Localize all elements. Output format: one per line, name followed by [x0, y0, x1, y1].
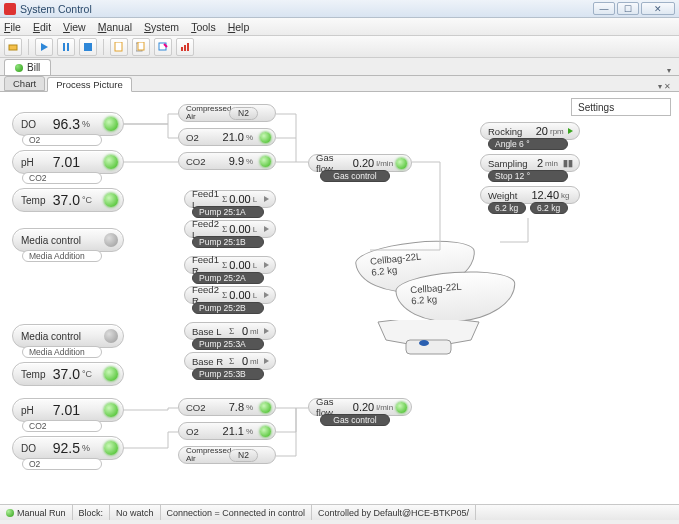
menu-view[interactable]: View: [63, 21, 86, 33]
sampling-pause-icon[interactable]: ▮▮: [563, 158, 573, 168]
svg-rect-12: [187, 43, 189, 51]
toolbar-play-icon[interactable]: [35, 38, 53, 56]
do2-label: DO: [13, 443, 51, 454]
do2-pill[interactable]: DO 92.5 %: [12, 436, 124, 460]
toolbar-edit-icon[interactable]: [154, 38, 172, 56]
do1-pill[interactable]: DO 96.3 %: [12, 112, 124, 136]
gasflow1-value: 0.20: [353, 157, 374, 169]
do1-led-icon: [104, 117, 118, 131]
media1-pill[interactable]: Media control: [12, 228, 124, 252]
feed1r-sub: Pump 25:2A: [192, 272, 264, 284]
ph2-label: pH: [13, 405, 51, 416]
o2-1-label: O2: [179, 132, 207, 143]
minimize-button[interactable]: —: [593, 2, 615, 15]
toolbar-chart-icon[interactable]: [176, 38, 194, 56]
play-icon[interactable]: [264, 262, 269, 268]
temp1-pill[interactable]: Temp 37.0 °C: [12, 188, 124, 212]
temp1-unit: °C: [82, 195, 104, 205]
o2-1-led-icon: [260, 132, 271, 143]
vessel-graphic: Cellbag-22L 6.2 kg Cellbag-22L 6.2 kg: [348, 242, 528, 382]
basel-unit: ml: [248, 327, 264, 336]
baser-unit: ml: [248, 357, 264, 366]
settings-button[interactable]: Settings: [571, 98, 671, 116]
sampling-value: 2: [525, 157, 543, 169]
ph1-value: 7.01: [51, 154, 82, 170]
co2-2-pill[interactable]: CO2 7.8 %: [178, 398, 276, 416]
rocker-base-icon: [376, 320, 481, 358]
view-tab-bar: Chart Process Picture ▾ ✕: [0, 76, 679, 92]
temp2-unit: °C: [82, 369, 104, 379]
do1-unit: %: [82, 119, 104, 129]
gasflow1-led-icon: [396, 158, 407, 169]
tab-chart[interactable]: Chart: [4, 76, 45, 91]
play-icon[interactable]: [264, 196, 269, 202]
weight-sub-r: 6.2 kg: [530, 202, 568, 214]
co2-1-pill[interactable]: CO2 9.9 %: [178, 152, 276, 170]
temp1-value: 37.0: [51, 192, 82, 208]
temp2-value: 37.0: [51, 366, 82, 382]
toolbar-doc-icon[interactable]: [110, 38, 128, 56]
play-icon[interactable]: [264, 292, 269, 298]
menu-manual[interactable]: Manual: [98, 21, 132, 33]
media2-sub: Media Addition: [22, 346, 102, 358]
toolbar-open-icon[interactable]: [4, 38, 22, 56]
sampling-unit: min: [543, 159, 563, 168]
do2-led-icon: [104, 441, 118, 455]
compressed-air-2[interactable]: Compressed Air N2: [178, 446, 276, 464]
co2-2-value: 7.8: [207, 401, 244, 413]
o2-2-pill[interactable]: O2 21.1 %: [178, 422, 276, 440]
toolbar-stop-icon[interactable]: [79, 38, 97, 56]
play-icon[interactable]: [264, 226, 269, 232]
status-ctrl: Controlled by Default@HCE-BTKP05/: [312, 505, 476, 520]
co2-2-led-icon: [260, 402, 271, 413]
compressed-air-1[interactable]: Compressed Air N2: [178, 104, 276, 122]
o2-1-value: 21.0: [207, 131, 244, 143]
do2-value: 92.5: [51, 440, 82, 456]
temp2-pill[interactable]: Temp 37.0 °C: [12, 362, 124, 386]
play-icon[interactable]: [264, 328, 269, 334]
menu-help[interactable]: Help: [228, 21, 250, 33]
ph2-pill[interactable]: pH 7.01: [12, 398, 124, 422]
menu-edit[interactable]: Edit: [33, 21, 51, 33]
ph1-pill[interactable]: pH 7.01: [12, 150, 124, 174]
play-icon[interactable]: [264, 358, 269, 364]
gasflow2-led-icon: [396, 402, 407, 413]
media1-label: Media control: [13, 235, 87, 246]
gasflow2-unit: l/min: [374, 403, 396, 412]
tab-process-picture[interactable]: Process Picture: [47, 77, 132, 92]
rocking-play-icon[interactable]: [568, 128, 573, 134]
n2-button-1[interactable]: N2: [229, 107, 258, 120]
co2-2-unit: %: [244, 403, 260, 412]
ph2-sub: CO2: [22, 420, 102, 432]
menu-file[interactable]: File: [4, 21, 21, 33]
doc-tab-dropdown-icon[interactable]: ▾: [667, 66, 675, 75]
do2-unit: %: [82, 443, 104, 453]
svg-point-14: [419, 340, 429, 346]
gasflow2-sub: Gas control: [320, 414, 390, 426]
o2-2-unit: %: [244, 427, 260, 436]
feed1l-value: 0.00: [229, 193, 250, 205]
media2-label: Media control: [13, 331, 87, 342]
o2-1-pill[interactable]: O2 21.0 %: [178, 128, 276, 146]
media2-pill[interactable]: Media control: [12, 324, 124, 348]
run-dot-icon: [6, 509, 14, 517]
temp2-led-icon: [104, 367, 118, 381]
weight-label: Weight: [481, 190, 525, 201]
process-canvas: Settings DO 96.3 % O2 pH 7.01 CO2 Temp 3…: [0, 92, 679, 504]
n2-button-2[interactable]: N2: [229, 449, 258, 462]
sampling-label: Sampling: [481, 158, 525, 169]
doc-tab-bill[interactable]: Bill: [4, 59, 51, 75]
do1-sub: O2: [22, 134, 102, 146]
tab-dropdown-icon[interactable]: ▾ ✕: [658, 82, 675, 91]
temp1-label: Temp: [13, 195, 51, 206]
ph1-sub: CO2: [22, 172, 102, 184]
do1-label: DO: [13, 119, 51, 130]
menu-system[interactable]: System: [144, 21, 179, 33]
toolbar-docs-icon[interactable]: [132, 38, 150, 56]
toolbar-pause-icon[interactable]: [57, 38, 75, 56]
close-button[interactable]: ✕: [641, 2, 675, 15]
ph2-led-icon: [104, 403, 118, 417]
maximize-button[interactable]: ☐: [617, 2, 639, 15]
menu-tools[interactable]: Tools: [191, 21, 216, 33]
co2-2-label: CO2: [179, 402, 207, 413]
